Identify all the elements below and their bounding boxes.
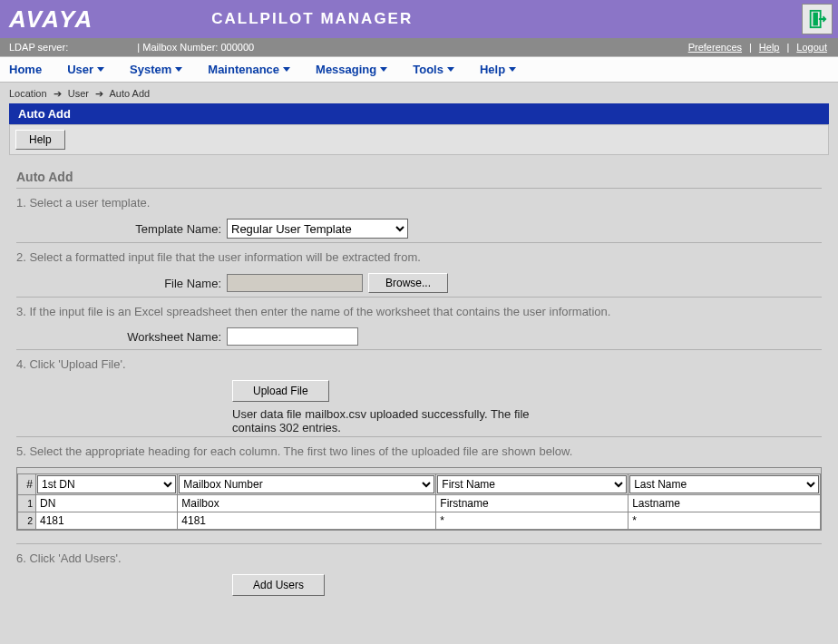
svg-rect-1: [813, 13, 818, 26]
col2-header: Mailbox Number: [178, 474, 436, 495]
table-row: 1 DN Mailbox Firstname Lastname: [18, 495, 821, 512]
menu-bar: Home User System Maintenance Messaging T…: [0, 56, 838, 83]
divider: [16, 436, 822, 437]
app-title: CALLPILOT MANAGER: [211, 10, 413, 28]
menu-tools[interactable]: Tools: [413, 63, 454, 76]
worksheet-name-label: Worksheet Name:: [16, 330, 227, 344]
chevron-down-icon: [97, 67, 104, 72]
worksheet-name-input[interactable]: [227, 327, 358, 346]
breadcrumb-user[interactable]: User: [68, 88, 89, 99]
chevron-down-icon: [283, 67, 290, 72]
help-button[interactable]: Help: [15, 130, 65, 150]
breadcrumb: Location ➔ User ➔ Auto Add: [0, 83, 838, 103]
step4-text: 4. Click 'Upload File'.: [16, 357, 822, 371]
upload-file-button[interactable]: Upload File: [232, 380, 329, 402]
mailbox-label: | Mailbox Number:: [137, 42, 218, 53]
menu-home[interactable]: Home: [9, 63, 42, 76]
exit-door-icon[interactable]: [802, 4, 833, 34]
col3-header: First Name: [436, 474, 628, 495]
menu-user[interactable]: User: [67, 63, 104, 76]
logout-link[interactable]: Logout: [796, 42, 827, 53]
preview-table: # 1st DN Mailbox Number First Name Last …: [17, 473, 821, 530]
step3-text: 3. If the input file is an Excel spreads…: [16, 305, 822, 318]
file-name-label: File Name:: [16, 277, 227, 290]
page-body: Auto Add 1. Select a user template. Temp…: [9, 161, 829, 614]
table-row: 2 4181 4181 * *: [18, 512, 821, 530]
col4-select[interactable]: Last Name: [629, 475, 819, 493]
file-name-input[interactable]: [227, 274, 363, 292]
help-link-top[interactable]: Help: [759, 42, 780, 53]
step2-text: 2. Select a formatted input file that th…: [16, 250, 822, 264]
content-area: Location ➔ User ➔ Auto Add Auto Add Help…: [0, 83, 838, 614]
menu-help[interactable]: Help: [480, 63, 516, 76]
brand-logo: AVAYA: [9, 5, 93, 34]
menu-system[interactable]: System: [130, 63, 182, 76]
divider: [16, 349, 822, 350]
step1-text: 1. Select a user template.: [16, 196, 822, 210]
divider: [16, 543, 822, 544]
menu-maintenance[interactable]: Maintenance: [208, 63, 290, 76]
template-name-label: Template Name:: [16, 222, 227, 236]
col2-select[interactable]: Mailbox Number: [179, 475, 434, 493]
chevron-down-icon: [447, 67, 454, 72]
mailbox-value: 000000: [220, 42, 254, 53]
ldap-label: LDAP server:: [9, 42, 68, 53]
menu-messaging[interactable]: Messaging: [316, 63, 387, 76]
template-name-select[interactable]: Regular User Template: [227, 219, 408, 239]
divider: [16, 297, 822, 298]
top-bar: AVAYA CALLPILOT MANAGER: [0, 0, 838, 38]
col1-header: 1st DN: [36, 474, 178, 495]
help-row: Help: [9, 124, 829, 155]
chevron-down-icon: [175, 67, 182, 72]
door-exit-svg: [807, 9, 827, 29]
col1-select[interactable]: 1st DN: [37, 475, 176, 493]
step5-text: 5. Select the appropriate heading for ea…: [16, 444, 822, 458]
breadcrumb-autoadd: Auto Add: [109, 88, 150, 99]
breadcrumb-location[interactable]: Location: [9, 88, 47, 99]
arrow-right-icon: ➔: [54, 88, 62, 99]
upload-status-text: User data file mailbox.csv uploaded succ…: [232, 407, 559, 434]
chevron-down-icon: [509, 67, 516, 72]
preview-table-wrap: # 1st DN Mailbox Number First Name Last …: [16, 467, 822, 531]
browse-button[interactable]: Browse...: [368, 273, 448, 293]
step6-text: 6. Click 'Add Users'.: [16, 551, 822, 565]
status-bar: LDAP server: | Mailbox Number: 000000 Pr…: [0, 38, 838, 56]
divider: [16, 242, 822, 243]
page-subtitle: Auto Add: [16, 170, 822, 184]
add-users-button[interactable]: Add Users: [232, 574, 325, 596]
col3-select[interactable]: First Name: [437, 475, 627, 493]
chevron-down-icon: [380, 67, 387, 72]
preferences-link[interactable]: Preferences: [688, 42, 742, 53]
col-num-header: #: [18, 474, 36, 495]
arrow-right-icon: ➔: [95, 88, 103, 99]
section-header: Auto Add: [9, 103, 829, 124]
col4-header: Last Name: [628, 474, 821, 495]
divider: [16, 188, 822, 189]
